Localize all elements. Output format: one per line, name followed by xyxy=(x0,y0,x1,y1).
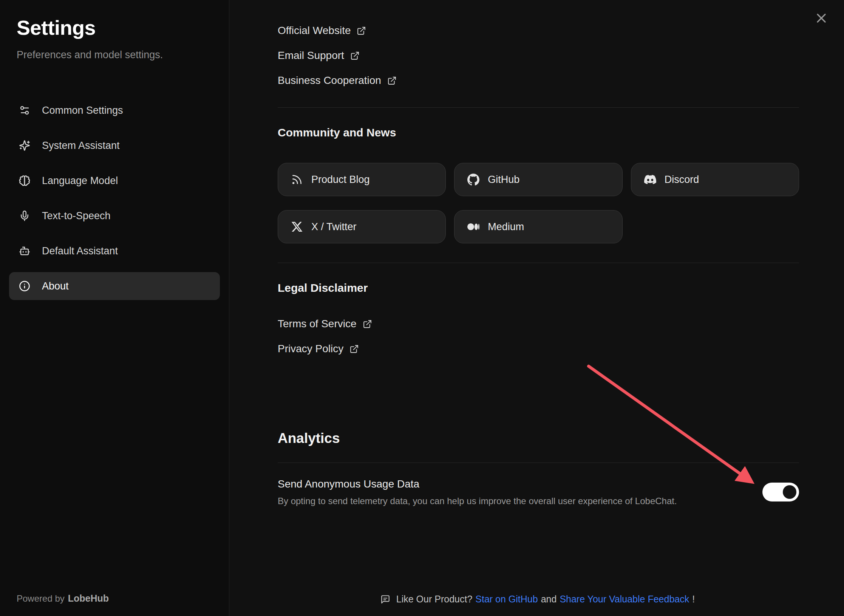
sidebar-item-label: System Assistant xyxy=(42,140,120,152)
external-link-icon xyxy=(363,319,372,329)
analytics-setting-row: Send Anonymous Usage Data By opting to s… xyxy=(278,477,799,508)
close-icon xyxy=(814,11,829,26)
terms-of-service-link[interactable]: Terms of Service xyxy=(278,316,372,332)
send-usage-data-description: By opting to send telemetry data, you ca… xyxy=(278,495,677,508)
privacy-policy-link[interactable]: Privacy Policy xyxy=(278,341,359,357)
x-twitter-icon xyxy=(291,221,303,233)
sidebar-item-common-settings[interactable]: Common Settings xyxy=(9,96,220,124)
external-link-icon xyxy=(357,26,366,36)
settings-sidebar: Settings Preferences and model settings.… xyxy=(0,0,229,616)
legal-heading: Legal Disclaimer xyxy=(278,280,799,296)
sparkles-icon xyxy=(19,140,30,151)
github-button[interactable]: GitHub xyxy=(454,163,622,196)
brain-icon xyxy=(19,175,30,186)
button-label: Product Blog xyxy=(311,174,370,186)
analytics-setting-text: Send Anonymous Usage Data By opting to s… xyxy=(278,477,677,508)
close-button[interactable] xyxy=(814,11,829,26)
share-feedback-link[interactable]: Share Your Valuable Feedback xyxy=(560,594,689,604)
x-twitter-button[interactable]: X / Twitter xyxy=(278,210,446,243)
star-on-github-link[interactable]: Star on GitHub xyxy=(475,594,538,604)
info-icon xyxy=(19,280,30,292)
sidebar-item-about[interactable]: About xyxy=(9,272,220,300)
link-label: Privacy Policy xyxy=(278,343,343,355)
button-label: X / Twitter xyxy=(311,221,357,233)
link-label: Business Cooperation xyxy=(278,74,381,87)
footer-suffix: ! xyxy=(692,594,695,604)
powered-by-label: Powered by xyxy=(17,593,65,604)
contact-links: Official Website Email Support Business … xyxy=(278,23,799,88)
send-usage-data-label: Send Anonymous Usage Data xyxy=(278,477,677,492)
product-blog-button[interactable]: Product Blog xyxy=(278,163,446,196)
sidebar-item-label: About xyxy=(42,280,69,292)
external-link-icon xyxy=(350,51,360,60)
community-buttons: Product Blog GitHub Discord X / Twitter … xyxy=(278,163,799,243)
sidebar-item-label: Default Assistant xyxy=(42,245,118,257)
powered-by: Powered byLobeHub xyxy=(17,593,109,604)
email-support-link[interactable]: Email Support xyxy=(278,48,360,63)
github-icon xyxy=(467,173,479,186)
bot-icon xyxy=(19,245,30,257)
sidebar-item-text-to-speech[interactable]: Text-to-Speech xyxy=(9,202,220,230)
discord-button[interactable]: Discord xyxy=(631,163,799,196)
external-link-icon xyxy=(349,344,359,354)
business-cooperation-link[interactable]: Business Cooperation xyxy=(278,73,397,88)
button-label: GitHub xyxy=(488,174,519,186)
settings-main: Contact Us Official Website Email Suppor… xyxy=(229,0,844,616)
button-label: Medium xyxy=(488,221,524,233)
about-page-content: Contact Us Official Website Email Suppor… xyxy=(229,0,844,508)
medium-button[interactable]: Medium xyxy=(454,210,622,243)
page-subtitle: Preferences and model settings. xyxy=(17,49,212,61)
legal-links: Terms of Service Privacy Policy xyxy=(278,316,799,357)
section-divider xyxy=(278,463,799,463)
sliders-icon xyxy=(19,105,30,116)
page-footer: Like Our Product?Star on GitHubandShare … xyxy=(278,594,799,605)
page-title: Settings xyxy=(17,16,212,39)
link-label: Official Website xyxy=(278,25,351,37)
community-heading: Community and News xyxy=(278,124,799,141)
contact-us-heading: Contact Us xyxy=(278,0,799,2)
footer-prefix: Like Our Product? xyxy=(396,594,473,604)
section-divider xyxy=(278,107,799,108)
discord-icon xyxy=(644,173,656,186)
rss-icon xyxy=(291,173,303,186)
mic-icon xyxy=(19,210,30,221)
sidebar-item-label: Text-to-Speech xyxy=(42,210,111,222)
send-usage-data-toggle[interactable] xyxy=(762,483,799,501)
settings-window: Settings Preferences and model settings.… xyxy=(0,0,844,616)
section-divider xyxy=(278,263,799,263)
footer-conjunction: and xyxy=(541,594,557,604)
official-website-link[interactable]: Official Website xyxy=(278,23,366,39)
link-label: Email Support xyxy=(278,50,344,62)
external-link-icon xyxy=(387,76,397,85)
message-square-icon xyxy=(380,594,390,604)
toggle-knob xyxy=(783,485,796,499)
sidebar-item-system-assistant[interactable]: System Assistant xyxy=(9,132,220,159)
lobehub-brand[interactable]: LobeHub xyxy=(68,593,109,604)
sidebar-nav: Common Settings System Assistant Languag… xyxy=(9,96,220,300)
medium-icon xyxy=(467,221,479,233)
link-label: Terms of Service xyxy=(278,318,357,330)
analytics-heading: Analytics xyxy=(278,429,799,448)
sidebar-item-language-model[interactable]: Language Model xyxy=(9,167,220,195)
sidebar-header: Settings Preferences and model settings. xyxy=(0,0,229,61)
sidebar-item-label: Language Model xyxy=(42,175,118,187)
button-label: Discord xyxy=(665,174,699,186)
sidebar-item-label: Common Settings xyxy=(42,105,123,116)
sidebar-item-default-assistant[interactable]: Default Assistant xyxy=(9,237,220,265)
